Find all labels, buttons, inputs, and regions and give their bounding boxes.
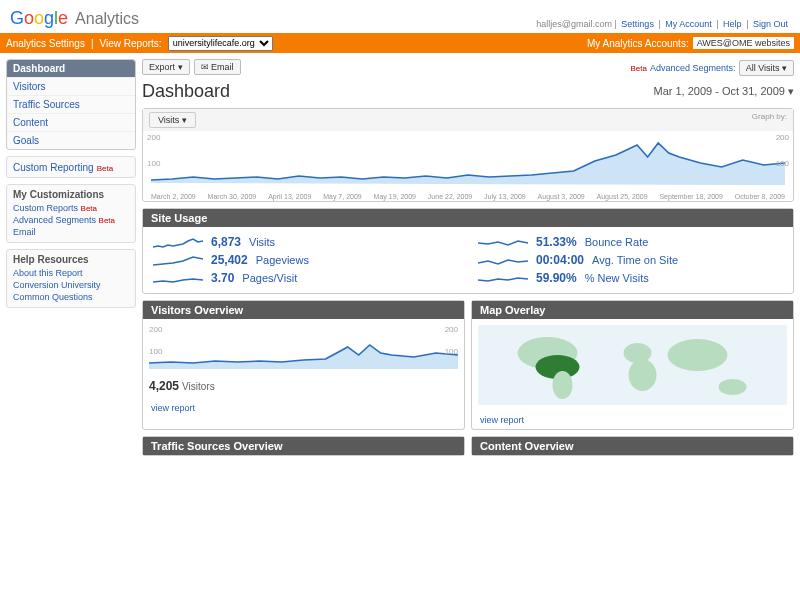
about-report-link[interactable]: About this Report	[13, 267, 129, 279]
metric-bounce-rate[interactable]: 51.33% Bounce Rate	[478, 235, 783, 249]
map-view-report[interactable]: view report	[472, 411, 793, 429]
email-button[interactable]: ✉ Email	[194, 59, 241, 75]
metric-new-visits[interactable]: 59.90% % New Visits	[478, 271, 783, 285]
visits-tab[interactable]: Visits ▾	[149, 112, 196, 128]
sidebar-nav: Dashboard Visitors Traffic Sources Conte…	[6, 59, 136, 150]
sidebar: Dashboard Visitors Traffic Sources Conte…	[6, 59, 136, 456]
help-link[interactable]: Help	[723, 19, 742, 29]
site-selector[interactable]: universitylifecafe.org	[168, 36, 273, 51]
map-overlay-header: Map Overlay	[472, 301, 793, 319]
email-link[interactable]: Email	[13, 226, 129, 238]
beta-badge: Beta	[97, 164, 113, 173]
y-axis-mid-r: 100	[776, 159, 789, 168]
site-usage-panel: Site Usage 6,873 Visits 51.33% Bounce Ra…	[142, 208, 794, 294]
content-overview-header: Content Overview	[472, 437, 793, 455]
content-overview-panel: Content Overview	[471, 436, 794, 456]
svg-point-6	[719, 379, 747, 395]
sidebar-item-content[interactable]: Content	[7, 113, 135, 131]
advanced-segments-toggle[interactable]: Advanced Segments:	[650, 63, 736, 73]
y-axis-max-r: 200	[776, 133, 789, 142]
sidebar-item-goals[interactable]: Goals	[7, 131, 135, 149]
svg-point-2	[553, 371, 573, 399]
visitors-chart[interactable]	[149, 325, 458, 369]
page-title: Dashboard	[142, 81, 230, 102]
top-links: halljes@gmail.com | Settings | My Accoun…	[536, 19, 790, 29]
custom-reports-link[interactable]: Custom Reports Beta	[13, 202, 129, 214]
custom-reporting-box[interactable]: Custom Reporting Beta	[6, 156, 136, 178]
signout-link[interactable]: Sign Out	[753, 19, 788, 29]
logo: Google Analytics	[10, 8, 139, 29]
traffic-sources-panel: Traffic Sources Overview	[142, 436, 465, 456]
date-range-picker[interactable]: Mar 1, 2009 - Oct 31, 2009 ▾	[653, 85, 794, 98]
help-resources-box: Help Resources About this Report Convers…	[6, 249, 136, 308]
main-chart-panel: Visits ▾ Graph by: 200 200 100 100 March…	[142, 108, 794, 202]
advanced-segments-link[interactable]: Advanced Segments Beta	[13, 214, 129, 226]
my-accounts-label: My Analytics Accounts:	[587, 38, 689, 49]
settings-link[interactable]: Settings	[621, 19, 654, 29]
graph-by-label: Graph by:	[752, 112, 787, 128]
x-axis-labels: March 2, 2009March 30, 2009April 13, 200…	[151, 193, 785, 200]
beta-badge: Beta	[631, 64, 647, 73]
y-axis-max: 200	[147, 133, 160, 142]
my-customizations-title: My Customizations	[13, 189, 129, 200]
y-axis-mid: 100	[147, 159, 160, 168]
map-overlay-panel: Map Overlay view repo	[471, 300, 794, 430]
metric-pages-visit[interactable]: 3.70 Pages/Visit	[153, 271, 458, 285]
my-customizations-box: My Customizations Custom Reports Beta Ad…	[6, 184, 136, 243]
all-visits-dropdown[interactable]: All Visits ▾	[739, 60, 794, 76]
world-map[interactable]	[478, 325, 787, 405]
conversion-university-link[interactable]: Conversion University	[13, 279, 129, 291]
help-resources-title: Help Resources	[13, 254, 129, 265]
visitors-total: 4,205	[149, 379, 179, 393]
export-button[interactable]: Export ▾	[142, 59, 190, 75]
sidebar-item-visitors[interactable]: Visitors	[7, 77, 135, 95]
header: Google Analytics halljes@gmail.com | Set…	[0, 0, 800, 33]
svg-point-5	[668, 339, 728, 371]
toolbar: Export ▾ ✉ Email Beta Advanced Segments:…	[142, 59, 794, 75]
metric-visits[interactable]: 6,873 Visits	[153, 235, 458, 249]
site-usage-header: Site Usage	[143, 209, 793, 227]
traffic-sources-header: Traffic Sources Overview	[143, 437, 464, 455]
svg-point-4	[629, 359, 657, 391]
metric-avg-time[interactable]: 00:04:00 Avg. Time on Site	[478, 253, 783, 267]
content: Export ▾ ✉ Email Beta Advanced Segments:…	[142, 59, 794, 456]
logo-product: Analytics	[75, 10, 139, 27]
visitors-overview-panel: Visitors Overview 200 200 100 100 4,205	[142, 300, 465, 430]
custom-reporting-label: Custom Reporting	[13, 162, 94, 173]
user-email: halljes@gmail.com	[536, 19, 612, 29]
visitors-overview-header: Visitors Overview	[143, 301, 464, 319]
myaccount-link[interactable]: My Account	[665, 19, 712, 29]
sidebar-dashboard[interactable]: Dashboard	[7, 60, 135, 77]
view-reports-label: View Reports:	[100, 38, 162, 49]
nav-bar: Analytics Settings | View Reports: unive…	[0, 33, 800, 53]
analytics-settings-link[interactable]: Analytics Settings	[6, 38, 85, 49]
metric-pageviews[interactable]: 25,402 Pageviews	[153, 253, 458, 267]
common-questions-link[interactable]: Common Questions	[13, 291, 129, 303]
sidebar-item-traffic[interactable]: Traffic Sources	[7, 95, 135, 113]
visitors-view-report[interactable]: view report	[143, 399, 464, 417]
account-selector[interactable]: AWES@OME websites	[693, 37, 794, 49]
main-chart[interactable]: 200 200 100 100 March 2, 2009March 30, 2…	[143, 131, 793, 201]
